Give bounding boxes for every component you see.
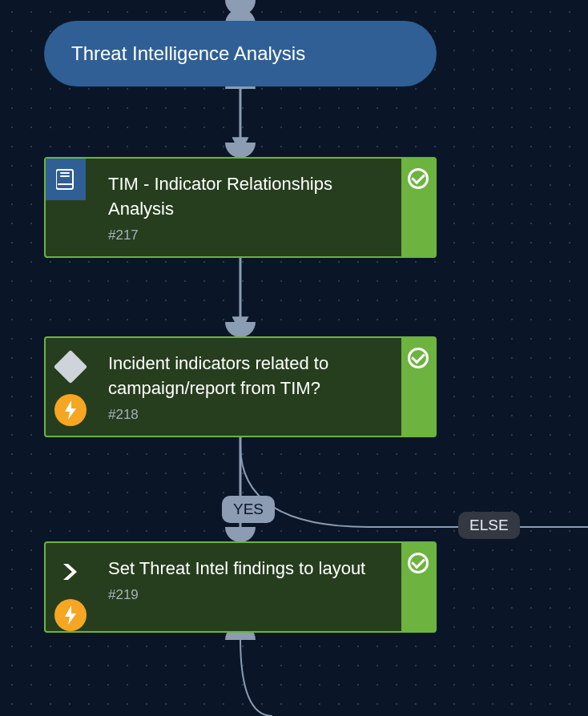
task-id: #218	[108, 407, 392, 423]
task-status-bar	[401, 159, 435, 256]
task-id: #217	[108, 227, 392, 243]
task-title: TIM - Indicator Relationships Analysis	[108, 171, 392, 221]
task-node-217[interactable]: TIM - Indicator Relationships Analysis #…	[44, 157, 437, 258]
task-title: Set Threat Intel findings to layout	[108, 556, 392, 581]
bolt-icon	[54, 394, 87, 426]
task-status-bar	[401, 543, 435, 631]
check-icon	[408, 168, 429, 189]
task-body: Set Threat Intel findings to layout #219	[95, 543, 401, 631]
branch-label-else[interactable]: ELSE	[458, 512, 520, 539]
connector-port	[225, 527, 256, 542]
section-header-node[interactable]: Threat Intelligence Analysis	[44, 21, 437, 86]
bolt-icon	[54, 599, 87, 631]
check-icon	[408, 348, 429, 368]
task-node-219[interactable]: Set Threat Intel findings to layout #219	[44, 541, 437, 633]
diamond-icon	[51, 348, 90, 386]
connector-port	[225, 322, 256, 337]
task-title: Incident indicators related to campaign/…	[108, 351, 392, 400]
section-title: Threat Intelligence Analysis	[71, 42, 305, 65]
task-status-bar	[401, 338, 435, 436]
task-icon-column	[46, 338, 95, 436]
branch-label-text: YES	[233, 501, 264, 517]
branch-label-text: ELSE	[469, 517, 509, 533]
task-node-218[interactable]: Incident indicators related to campaign/…	[44, 336, 437, 437]
check-icon	[408, 553, 429, 573]
connector-port	[225, 143, 256, 158]
branch-label-yes[interactable]: YES	[222, 496, 275, 523]
task-id: #219	[108, 587, 392, 603]
chevron-icon	[51, 553, 90, 591]
task-icon-column	[46, 159, 95, 256]
book-icon	[46, 159, 86, 200]
task-body: TIM - Indicator Relationships Analysis #…	[95, 159, 401, 256]
task-body: Incident indicators related to campaign/…	[95, 338, 401, 436]
task-icon-column	[46, 543, 95, 631]
